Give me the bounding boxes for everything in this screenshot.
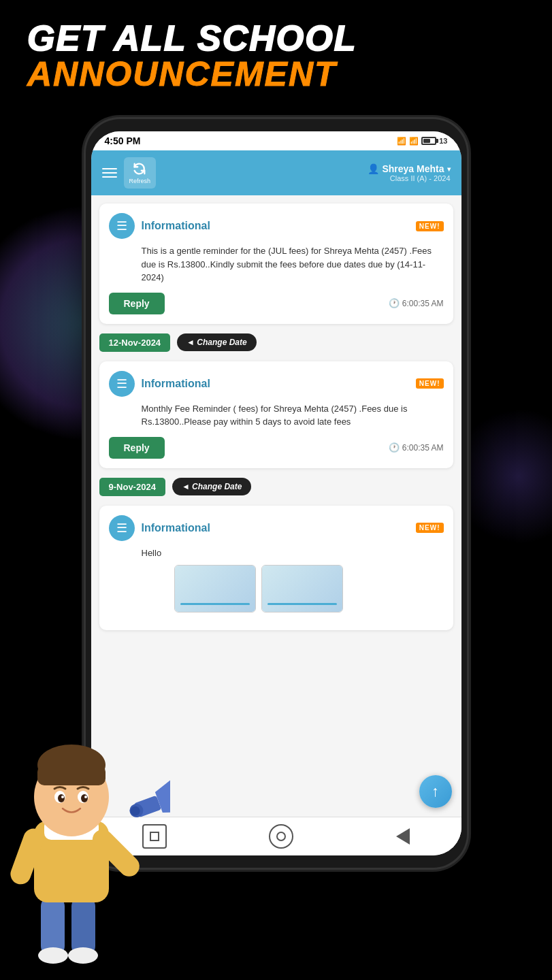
- hamburger-line: [102, 172, 117, 174]
- card-time-1: 🕐 6:00:35 AM: [389, 298, 444, 308]
- battery-percent: 13: [439, 137, 447, 145]
- scroll-up-button[interactable]: ↑: [419, 775, 452, 808]
- svg-point-2: [14, 962, 123, 977]
- card-footer-2: Reply 🕐 6:00:35 AM: [109, 437, 444, 459]
- app-header-left: Refresh: [102, 157, 157, 189]
- card-header-1: ☰ Informational NEW!: [109, 213, 444, 239]
- card-title-row-2: Informational NEW!: [142, 378, 444, 390]
- card-icon-circle-3: ☰: [109, 515, 135, 541]
- reply-button-1[interactable]: Reply: [109, 293, 165, 314]
- refresh-label: Refresh: [129, 178, 151, 184]
- time-text-2: 6:00:35 AM: [402, 443, 444, 453]
- dropdown-arrow-icon: ▾: [447, 165, 451, 173]
- app-header: Refresh 👤 Shreya Mehta ▾ Class II (A) - …: [91, 150, 461, 195]
- date-badge-1: 12-Nov-2024: [99, 333, 171, 352]
- refresh-icon: [132, 161, 147, 176]
- user-name[interactable]: 👤 Shreya Mehta ▾: [368, 163, 450, 174]
- announcement-card-2: ☰ Informational NEW! Monthly Fee Reminde…: [99, 361, 453, 468]
- new-badge-1: NEW!: [416, 221, 444, 231]
- card-time-2: 🕐 6:00:35 AM: [389, 442, 444, 453]
- app-header-right: 👤 Shreya Mehta ▾ Class II (A) - 2024: [368, 163, 450, 182]
- header-line1: GET ALL SCHOOL: [27, 20, 525, 56]
- hamburger-line: [102, 176, 117, 178]
- card-footer-1: Reply 🕐 6:00:35 AM: [109, 293, 444, 314]
- clock-icon-1: 🕐: [389, 298, 400, 308]
- svg-point-17: [84, 796, 87, 798]
- card-body-3: Hello: [142, 546, 444, 613]
- arrow-left-icon-2: ◄: [182, 482, 192, 491]
- thumbnail-1: [174, 565, 256, 612]
- card-title-2: Informational: [142, 378, 210, 390]
- svg-point-15: [81, 794, 88, 802]
- time-text-1: 6:00:35 AM: [402, 299, 444, 308]
- scroll-up-arrow-icon: ↑: [432, 783, 439, 800]
- hamburger-line: [102, 168, 117, 169]
- character-svg: [0, 691, 170, 977]
- announcement-icon-2: ☰: [116, 376, 127, 391]
- status-icons: 📶 📶 13: [397, 137, 447, 146]
- card-body-2: Monthly Fee Reminder ( fees) for Shreya …: [142, 402, 444, 429]
- wifi-icon: 📶: [409, 137, 419, 146]
- battery-icon: [421, 137, 436, 145]
- status-time: 4:50 PM: [105, 135, 141, 146]
- card-header-3: ☰ Informational NEW!: [109, 515, 444, 541]
- thumbnail-row: [174, 565, 444, 612]
- arrow-left-icon: ◄: [186, 338, 197, 347]
- change-date-button-1[interactable]: ◄ Change Date: [177, 333, 257, 351]
- nav-back-button[interactable]: [396, 828, 410, 845]
- announcement-card-3: ☰ Informational NEW! Hello: [99, 506, 453, 631]
- thumb-line-2: [267, 603, 337, 605]
- header-line2: ANNOUNCEMENT: [27, 56, 525, 93]
- svg-point-16: [61, 796, 64, 798]
- hamburger-menu-button[interactable]: [102, 168, 117, 178]
- sim-icon: 📶: [397, 137, 406, 146]
- card-icon-circle-1: ☰: [109, 213, 135, 239]
- new-badge-3: NEW!: [416, 523, 444, 533]
- date-separator-2: 9-Nov-2024 ◄ Change Date: [99, 478, 453, 496]
- card-icon-circle-2: ☰: [109, 371, 135, 397]
- svg-point-1: [277, 832, 285, 840]
- announcement-icon-3: ☰: [116, 521, 127, 536]
- refresh-button[interactable]: Refresh: [124, 157, 157, 189]
- card-title-3: Informational: [142, 522, 210, 534]
- card-header-2: ☰ Informational NEW!: [109, 371, 444, 397]
- card-title-row-3: Informational NEW!: [142, 522, 444, 534]
- card-body-1: This is a gentle reminder for the (JUL f…: [142, 244, 444, 284]
- change-date-button-2[interactable]: ◄ Change Date: [172, 478, 252, 495]
- date-separator-1: 12-Nov-2024 ◄ Change Date: [99, 333, 453, 352]
- thumbnail-2: [261, 565, 343, 612]
- clock-icon-2: 🕐: [389, 442, 400, 453]
- card-title-1: Informational: [142, 220, 210, 232]
- user-class: Class II (A) - 2024: [368, 174, 450, 182]
- svg-rect-11: [37, 765, 105, 785]
- status-bar: 4:50 PM 📶 📶 13: [91, 131, 461, 150]
- circle-icon: [276, 831, 287, 842]
- card-title-row-1: Informational NEW!: [142, 220, 444, 232]
- thumb-line-1: [180, 603, 250, 605]
- nav-home-button[interactable]: [269, 824, 293, 849]
- date-badge-2: 9-Nov-2024: [99, 478, 165, 496]
- svg-point-6: [68, 947, 98, 964]
- svg-point-5: [38, 947, 68, 964]
- reply-button-2[interactable]: Reply: [109, 437, 165, 459]
- announcement-card-1: ☰ Informational NEW! This is a gentle re…: [99, 203, 453, 324]
- character-figure: [0, 691, 170, 980]
- battery-fill: [423, 139, 430, 143]
- new-badge-2: NEW!: [416, 378, 444, 389]
- header-text: GET ALL SCHOOL ANNOUNCEMENT: [27, 20, 525, 93]
- user-icon: 👤: [368, 163, 379, 174]
- svg-point-14: [58, 794, 65, 802]
- announcement-icon: ☰: [116, 218, 127, 233]
